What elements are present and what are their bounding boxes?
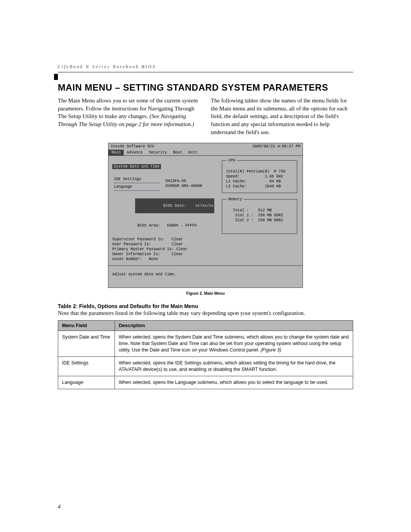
bios-tab-advance[interactable]: Advance: [124, 150, 146, 155]
bios-tab-security[interactable]: Security: [146, 150, 170, 155]
bios-pw-1: User Password Is: Clear: [112, 242, 214, 247]
bios-cpu-legend: CPU: [227, 158, 237, 163]
bios-menu-selected[interactable]: System Date and Time: [112, 164, 161, 169]
header-rule: [58, 72, 353, 72]
table-row: Language When selected, opens the Langua…: [58, 376, 353, 389]
bios-datetime: 2005/06/21 4:56:37 PM: [252, 144, 300, 149]
bios-title: Insyde Software SCU: [111, 144, 154, 149]
table-field-1: IDE Settings: [58, 357, 115, 376]
bios-tab-boot[interactable]: Boot: [170, 150, 185, 155]
table-field-0: System Date and Time: [58, 331, 115, 357]
bios-memory-legend: Memory: [227, 197, 244, 202]
bios-pw-2: Primary Master Password Is: Clear: [112, 247, 214, 252]
section-tab-icon: [54, 74, 58, 80]
bios-memory-box: Memory Total : 512 MB Slot 1 : 256 MB DD…: [222, 199, 297, 234]
table-desc-0: When selected, opens the System Date and…: [115, 331, 353, 357]
table-desc-2: When selected, opens the Language submen…: [115, 376, 353, 389]
bios-screenshot: Insyde Software SCU 2005/06/21 4:56:37 P…: [108, 143, 303, 288]
running-head: LifeBook N Series Notebook BIOS: [58, 64, 353, 70]
bios-tab-bar: Main Advance Security Boot Exit: [108, 150, 303, 155]
table-header-field: Menu Field: [58, 321, 115, 331]
table-caption: Table 2: Fields, Options and Defaults fo…: [58, 303, 353, 309]
table-row: System Date and Time When selected, open…: [58, 331, 353, 357]
bios-left-pane: System Date and Time IDE Settings Langua…: [108, 156, 218, 265]
table-note: Note that the parameters listed in the f…: [58, 310, 353, 316]
table-row: IDE Settings When selected, opens the ID…: [58, 357, 353, 376]
bios-pw-0: Supervisor Password Is: Clear: [112, 237, 214, 242]
fields-table: Menu Field Description System Date and T…: [58, 320, 353, 389]
intro-left: The Main Menu allows you to set some of …: [58, 97, 200, 136]
bios-tab-exit[interactable]: Exit: [185, 150, 201, 155]
page-title: MAIN MENU – SETTING STANDARD SYSTEM PARA…: [58, 82, 353, 93]
bios-date-row: BIOS Date: xx/xx/xx: [112, 193, 214, 218]
page-number: 4: [58, 504, 61, 510]
bios-tab-main[interactable]: Main: [108, 150, 124, 155]
bios-right-pane: CPU Intel(R) Pentium(R) M 750 Speed: 1.8…: [218, 156, 303, 265]
bios-pw-5: Asset Number: None: [112, 257, 214, 262]
table-header-desc: Description: [115, 321, 353, 331]
intro-right: The following tables show the names of t…: [211, 97, 353, 136]
bios-ide-values: DK23FA-60 DVDRAM GMA-4080N: [166, 179, 202, 189]
bios-pw-4: Owner Information Is: Clear: [112, 252, 214, 257]
bios-cpu-box: CPU Intel(R) Pentium(R) M 750 Speed: 1.8…: [222, 160, 297, 193]
bios-help-bar: Adjust system date and time.: [108, 266, 303, 288]
bios-area-row: BIOS Area: E000h - FFFFh: [112, 218, 214, 233]
table-desc-1: When selected, opens the IDE Settings su…: [115, 357, 353, 376]
table-field-2: Language: [58, 376, 115, 389]
figure-caption: Figure 2. Main Menu: [58, 291, 353, 296]
